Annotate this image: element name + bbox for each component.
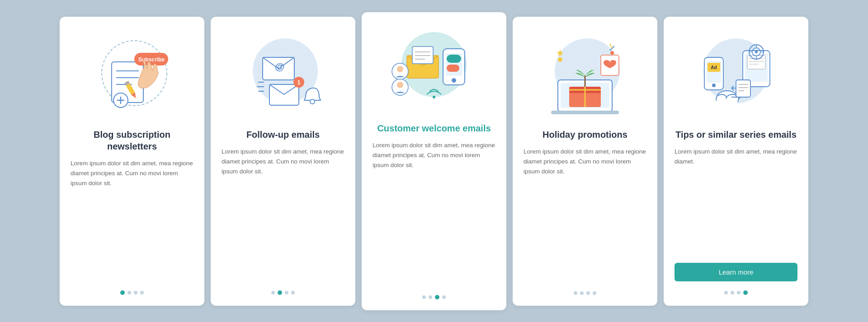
- dot-4: [442, 295, 446, 299]
- cards-container: Subscribe Blog subscription newsletters …: [42, 0, 826, 322]
- card-title-holiday: Holiday promotions: [542, 129, 627, 140]
- svg-point-19: [310, 99, 315, 104]
- dot-3: [435, 295, 439, 299]
- svg-point-68: [755, 51, 758, 53]
- dot-2: [580, 291, 584, 295]
- card-tips-series: Ad: [664, 17, 808, 306]
- svg-point-34: [433, 96, 435, 98]
- card-title-welcome: Customer welcome emails: [377, 122, 491, 134]
- dot-1: [271, 291, 275, 294]
- follow-up-illustration: @ 1: [238, 30, 328, 121]
- svg-rect-32: [447, 55, 461, 63]
- svg-rect-42: [551, 111, 619, 114]
- svg-text:Subscribe: Subscribe: [138, 56, 165, 63]
- dot-1: [724, 291, 728, 294]
- svg-point-36: [397, 66, 403, 72]
- customer-welcome-illustration: [389, 24, 479, 114]
- svg-text:1: 1: [297, 79, 300, 86]
- dot-4: [743, 290, 748, 295]
- pagination-dots-tips: [724, 290, 748, 295]
- card-body-followup: Lorem ipsum dolor sit dim amet, mea regi…: [222, 147, 344, 281]
- card-holiday-promotions: Holiday promotions Lorem ipsum dolor sit…: [513, 17, 657, 306]
- svg-rect-76: [717, 99, 737, 104]
- dot-3: [285, 291, 288, 294]
- svg-point-57: [712, 84, 716, 87]
- card-blog-subscription: Subscribe Blog subscription newsletters …: [60, 17, 204, 306]
- dot-2: [731, 291, 734, 294]
- dot-3: [737, 291, 741, 294]
- card-title-tips: Tips or similar series emails: [675, 129, 797, 140]
- card-body-holiday: Lorem ipsum dolor sit dim amet, mea regi…: [524, 147, 646, 282]
- card-title-followup: Follow-up emails: [246, 129, 320, 140]
- dot-4: [291, 291, 295, 294]
- dot-1: [574, 291, 577, 295]
- dot-1: [422, 295, 426, 299]
- svg-point-50: [610, 51, 614, 55]
- tips-series-illustration: Ad: [691, 30, 781, 121]
- card-body-welcome: Lorem ipsum dolor sit dim amet, mea regi…: [373, 140, 495, 286]
- card-follow-up: @ 1 Follow-up emails Lorem ipsum dolor s…: [211, 17, 355, 306]
- card-body-blog: Lorem ipsum dolor sit dim amet, mea regi…: [71, 159, 193, 281]
- card-customer-welcome: Customer welcome emails Lorem ipsum dolo…: [362, 12, 506, 310]
- svg-text:@: @: [275, 61, 284, 72]
- svg-point-31: [452, 78, 456, 83]
- dot-3: [586, 291, 590, 295]
- svg-rect-78: [736, 80, 750, 97]
- svg-rect-33: [447, 65, 459, 72]
- dot-2: [278, 290, 282, 295]
- svg-rect-25: [412, 47, 433, 64]
- dot-2: [127, 291, 131, 294]
- pagination-dots-welcome: [422, 295, 446, 299]
- pagination-dots-blog: [120, 290, 144, 295]
- svg-line-52: [610, 44, 612, 48]
- dot-3: [134, 291, 137, 294]
- svg-point-49: [558, 57, 562, 62]
- holiday-promotions-illustration: [540, 30, 630, 121]
- dot-2: [429, 295, 432, 299]
- card-body-tips: Lorem ipsum dolor sit dim amet, mea regi…: [675, 147, 797, 256]
- dot-4: [593, 291, 596, 295]
- svg-text:Ad: Ad: [711, 65, 717, 70]
- blog-subscription-illustration: Subscribe: [87, 30, 177, 121]
- card-title-blog: Blog subscription newsletters: [71, 129, 193, 152]
- pagination-dots-followup: [271, 290, 295, 295]
- dot-1: [120, 290, 125, 295]
- svg-point-38: [397, 82, 403, 88]
- pagination-dots-holiday: [574, 291, 596, 295]
- learn-more-button[interactable]: Learn more: [675, 263, 797, 281]
- dot-4: [140, 291, 144, 294]
